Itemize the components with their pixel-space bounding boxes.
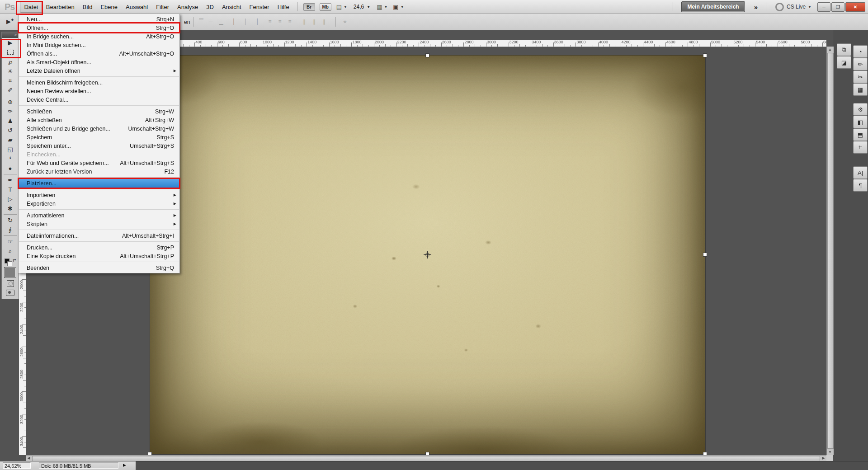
quick-mask-mode-button[interactable]: [7, 280, 14, 287]
file-menu-item-exportieren[interactable]: Exportieren▶: [19, 199, 179, 208]
file-menu-item-öffnen[interactable]: Öffnen...Strg+O: [19, 24, 179, 32]
collapsed-panel-live-view-icon[interactable]: ◪: [837, 56, 851, 69]
brush-tool[interactable]: ✑: [2, 107, 19, 116]
status-expander-icon[interactable]: ▶: [123, 463, 126, 467]
horizontal-scrollbar[interactable]: ◀ ▶: [26, 455, 826, 461]
panel-info-icon[interactable]: ✏: [853, 58, 868, 70]
zoom-tool[interactable]: ⌕: [2, 246, 19, 256]
foreground-color-swatch[interactable]: [4, 267, 16, 278]
file-menu-item-neu[interactable]: Neu...Strg+N: [19, 15, 179, 24]
transform-handle[interactable]: [703, 452, 707, 455]
hand-tool[interactable]: ☞: [2, 237, 19, 246]
collapsed-panel-mini-bridge-icon[interactable]: ⧉: [837, 43, 851, 56]
file-menu-item-importieren[interactable]: Importieren▶: [19, 191, 179, 199]
distribute-left-edges-icon[interactable]: ∥: [300, 18, 308, 26]
file-menu-item-letzte-dateien-öffnen[interactable]: Letzte Dateien öffnen▶: [19, 66, 179, 75]
file-menu-item-öffnen-als[interactable]: Öffnen als...Alt+Umschalt+Strg+O: [19, 49, 179, 58]
panel-adjustments-icon[interactable]: ⚙: [853, 103, 868, 116]
align-top-edges-icon[interactable]: ▔: [197, 18, 205, 26]
file-menu-item-automatisieren[interactable]: Automatisieren▶: [19, 211, 179, 220]
file-menu-item-speichern[interactable]: SpeichernStrg+S: [19, 133, 179, 141]
file-menu-item-beenden[interactable]: BeendenStrg+Q: [19, 263, 179, 272]
align-vertical-centers-icon[interactable]: ─: [207, 18, 215, 26]
tools-panel-collapse-button[interactable]: »: [2, 32, 19, 38]
screen-mode-toggle-icon[interactable]: [6, 290, 14, 296]
menu-analyse[interactable]: Analyse: [173, 1, 202, 13]
file-menu-item-zurück-zur-letzten-version[interactable]: Zurück zur letzten VersionF12: [19, 167, 179, 176]
menu-filter[interactable]: Filter: [152, 1, 173, 13]
distribute-horizontal-centers-icon[interactable]: ∥: [310, 18, 318, 26]
vertical-scrollbar[interactable]: ▲ ▼: [826, 47, 834, 455]
menu-ansicht[interactable]: Ansicht: [218, 1, 245, 13]
restore-button[interactable]: ❐: [831, 2, 844, 12]
menu-bearbeiten[interactable]: Bearbeiten: [42, 1, 79, 13]
custom-shape-tool[interactable]: ✱: [2, 204, 19, 213]
file-menu-item-drucken[interactable]: Drucken...Strg+P: [19, 243, 179, 252]
zoom-level-dropdown[interactable]: 24,6 ▼: [354, 4, 370, 10]
vertical-scrollbar-thumb[interactable]: [827, 53, 834, 449]
view-extras-button[interactable]: ▤ ▼: [336, 4, 347, 10]
file-menu-item-eine-kopie-drucken[interactable]: Eine Kopie druckenAlt+Umschalt+Strg+P: [19, 252, 179, 260]
arrange-documents-button[interactable]: ▦ ▼: [377, 4, 387, 10]
align-bottom-edges-icon[interactable]: ▁: [217, 18, 225, 26]
transform-handle[interactable]: [148, 452, 152, 455]
file-menu-item-schließen[interactable]: SchließenStrg+W: [19, 107, 179, 116]
file-menu-item-skripten[interactable]: Skripten▶: [19, 220, 179, 228]
file-menu-item-dateiinformationen[interactable]: Dateiinformationen...Alt+Umschalt+Strg+I: [19, 231, 179, 240]
workspace-button[interactable]: Mein Arbeitsbereich: [681, 1, 745, 12]
transform-handle[interactable]: [703, 53, 707, 57]
eyedropper-tool[interactable]: ✐: [2, 85, 19, 95]
panel-swatches-icon[interactable]: ▦: [853, 83, 868, 96]
scroll-right-icon[interactable]: ▶: [821, 456, 826, 461]
history-brush-tool[interactable]: ↺: [2, 126, 19, 135]
close-button[interactable]: ✕: [845, 2, 865, 12]
scroll-left-icon[interactable]: ◀: [26, 456, 32, 461]
quick-selection-tool[interactable]: ✳: [2, 66, 19, 76]
align-horizontal-centers-icon[interactable]: │: [241, 18, 250, 26]
scroll-down-icon[interactable]: ▼: [827, 449, 833, 455]
panel-navigator-icon[interactable]: ◔: [853, 45, 868, 58]
file-menu-item-in-bridge-suchen[interactable]: In Bridge suchen...Alt+Strg+O: [19, 32, 179, 41]
file-menu-item-alle-schließen[interactable]: Alle schließenAlt+Strg+W: [19, 116, 179, 124]
menu-fenster[interactable]: Fenster: [245, 1, 274, 13]
crop-tool[interactable]: ⌗: [2, 76, 19, 85]
menu-ebene[interactable]: Ebene: [96, 1, 122, 13]
3d-roll-tool[interactable]: ∮: [2, 225, 19, 235]
align-left-edges-icon[interactable]: ▏: [231, 18, 240, 26]
file-menu-item-speichern-unter[interactable]: Speichern unter...Umschalt+Strg+S: [19, 141, 179, 150]
panel-color-icon[interactable]: ✂: [853, 70, 868, 83]
distribute-vertical-centers-icon[interactable]: ≡: [276, 18, 284, 26]
bridge-button[interactable]: Br: [303, 3, 315, 11]
move-tool[interactable]: ▶: [2, 38, 19, 47]
menu-datei[interactable]: Datei: [20, 1, 42, 13]
file-menu-item-in-mini-bridge-suchen[interactable]: In Mini Bridge suchen...: [19, 41, 179, 49]
menu-bild[interactable]: Bild: [79, 1, 97, 13]
file-menu-item-als-smart-objekt-öffnen[interactable]: Als Smart-Objekt öffnen...: [19, 58, 179, 66]
file-menu-item-meinen-bildschirm-freigeben[interactable]: Meinen Bildschirm freigeben...: [19, 78, 179, 87]
menu-hilfe[interactable]: Hilfe: [274, 1, 293, 13]
panel-layers-icon[interactable]: ⬒: [853, 128, 868, 141]
distribute-bottom-edges-icon[interactable]: ≡: [286, 18, 294, 26]
file-menu-item-schließen-und-zu-bridge-gehen[interactable]: Schließen und zu Bridge gehen...Umschalt…: [19, 124, 179, 133]
dodge-tool[interactable]: ●: [2, 164, 19, 173]
panel-masks-icon[interactable]: ◧: [853, 116, 868, 128]
auto-align-layers-icon[interactable]: ⚭: [341, 18, 349, 26]
distribute-top-edges-icon[interactable]: ≡: [266, 18, 274, 26]
panel-channels-icon[interactable]: ⌗: [853, 141, 868, 154]
transform-handle[interactable]: [703, 253, 707, 257]
mini-bridge-button[interactable]: Mb: [320, 3, 331, 11]
file-menu-item-neuen-review-erstellen[interactable]: Neuen Review erstellen...: [19, 87, 179, 95]
workspace-overflow-button[interactable]: »: [754, 3, 758, 11]
3d-rotate-tool[interactable]: ↻: [2, 216, 19, 225]
panel-paragraph-icon[interactable]: ¶: [853, 179, 868, 192]
background-color-mini-swatch[interactable]: [7, 261, 12, 266]
distribute-right-edges-icon[interactable]: ∥: [320, 18, 328, 26]
file-menu-item-device-central[interactable]: Device Central...: [19, 95, 179, 104]
eraser-tool[interactable]: ▰: [2, 135, 19, 145]
file-menu-item-für-web-und-geräte-speichern[interactable]: Für Web und Geräte speichern...Alt+Umsch…: [19, 159, 179, 167]
transform-handle[interactable]: [425, 452, 429, 455]
pen-tool[interactable]: ✒: [2, 175, 19, 185]
path-selection-tool[interactable]: ▷: [2, 194, 19, 204]
rectangular-marquee-tool[interactable]: [2, 47, 19, 57]
cs-live-button[interactable]: CS Live ▼: [775, 3, 811, 11]
